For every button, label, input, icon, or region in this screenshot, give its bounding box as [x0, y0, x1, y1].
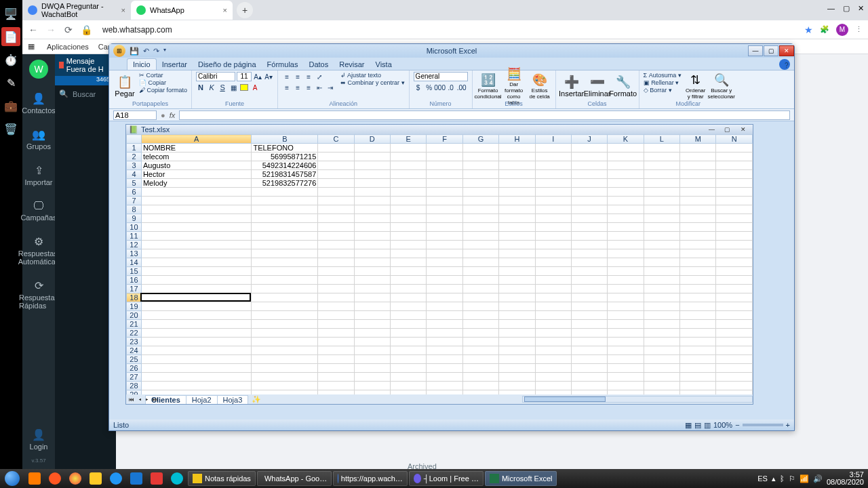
cell[interactable]: [141, 338, 252, 346]
row-header[interactable]: 6: [127, 188, 142, 197]
cell[interactable]: [318, 232, 354, 241]
cell[interactable]: [318, 285, 354, 293]
cell[interactable]: [608, 311, 644, 320]
fill-button[interactable]: ▣ Rellenar ▾: [644, 79, 682, 86]
cell[interactable]: [462, 276, 498, 285]
cell[interactable]: [571, 179, 607, 188]
cell[interactable]: [716, 258, 753, 267]
cell[interactable]: 5219831457587: [252, 170, 318, 179]
cell[interactable]: [354, 223, 390, 232]
cell[interactable]: [391, 205, 427, 214]
ribbon-tab[interactable]: Insertar: [157, 59, 193, 70]
cell[interactable]: [391, 320, 427, 329]
start-button[interactable]: [0, 469, 24, 488]
cell[interactable]: [571, 311, 607, 320]
cell[interactable]: [252, 329, 318, 338]
row-header[interactable]: 5: [127, 179, 142, 188]
cell[interactable]: [608, 161, 644, 170]
cell[interactable]: [354, 355, 390, 364]
row-header[interactable]: 7: [127, 197, 142, 205]
tray-clock[interactable]: 3:57 08/08/2020: [827, 471, 864, 486]
cell[interactable]: [354, 179, 390, 188]
cell[interactable]: [141, 320, 252, 329]
bookmark-item[interactable]: Aplicaciones: [47, 43, 89, 51]
cell[interactable]: [354, 320, 390, 329]
cell[interactable]: [499, 338, 535, 346]
cell[interactable]: [680, 214, 716, 223]
row-header[interactable]: 22: [127, 329, 142, 338]
col-header[interactable]: I: [535, 135, 571, 144]
cell[interactable]: [318, 267, 354, 276]
cell[interactable]: [680, 346, 716, 355]
cell[interactable]: [644, 382, 679, 390]
cell[interactable]: [354, 170, 390, 179]
cell[interactable]: [608, 170, 644, 179]
cell[interactable]: [571, 302, 607, 311]
cell[interactable]: [535, 302, 571, 311]
cell[interactable]: [608, 152, 644, 161]
cell[interactable]: [354, 302, 390, 311]
cell[interactable]: [141, 188, 252, 197]
cell[interactable]: [141, 302, 252, 311]
cell[interactable]: [499, 205, 535, 214]
cell[interactable]: [318, 320, 354, 329]
cell[interactable]: [499, 355, 535, 364]
row-header[interactable]: 8: [127, 205, 142, 214]
italic-button[interactable]: K: [207, 83, 216, 92]
cell[interactable]: [391, 161, 427, 170]
cell[interactable]: [680, 170, 716, 179]
cell[interactable]: [680, 338, 716, 346]
cell[interactable]: [354, 267, 390, 276]
cell[interactable]: [462, 161, 498, 170]
cell[interactable]: [318, 197, 354, 205]
cell[interactable]: [608, 205, 644, 214]
clear-button[interactable]: ◇ Borrar ▾: [644, 87, 682, 94]
cell[interactable]: [535, 214, 571, 223]
cell[interactable]: [608, 373, 644, 382]
cell[interactable]: [252, 338, 318, 346]
cell[interactable]: [571, 276, 607, 285]
cell[interactable]: [571, 170, 607, 179]
desktop-icon[interactable]: 🖥️: [1, 4, 20, 23]
desktop-icon[interactable]: 🗑️: [1, 119, 20, 138]
cell[interactable]: [318, 179, 354, 188]
ribbon-tab[interactable]: Vista: [370, 59, 397, 70]
cell[interactable]: [499, 179, 535, 188]
cell[interactable]: [499, 223, 535, 232]
cell[interactable]: [571, 205, 607, 214]
cell[interactable]: [680, 232, 716, 241]
cell[interactable]: [608, 346, 644, 355]
back-icon[interactable]: ←: [28, 24, 39, 35]
row-header[interactable]: 14: [127, 258, 142, 267]
cell[interactable]: [141, 267, 252, 276]
cell[interactable]: [141, 258, 252, 267]
cell[interactable]: [354, 373, 390, 382]
cell[interactable]: [535, 329, 571, 338]
cell[interactable]: [680, 258, 716, 267]
cell[interactable]: [141, 214, 252, 223]
ribbon-tab[interactable]: Revisar: [334, 59, 370, 70]
cell[interactable]: [644, 170, 679, 179]
align-top-icon[interactable]: ≡: [282, 72, 292, 81]
cell[interactable]: [535, 276, 571, 285]
cell[interactable]: [141, 293, 252, 302]
cell[interactable]: [462, 311, 498, 320]
cell[interactable]: [680, 267, 716, 276]
system-tray[interactable]: ES ▴ ᛒ ⚐ 📶 🔊 3:57 08/08/2020: [757, 471, 864, 486]
cell[interactable]: [535, 320, 571, 329]
excel-titlebar[interactable]: ⊞ 💾 ↶ ↷ ▾ Microsoft Excel — ▢ ✕: [109, 44, 794, 58]
row-header[interactable]: 19: [127, 302, 142, 311]
col-header[interactable]: M: [680, 135, 716, 144]
cell[interactable]: [354, 214, 390, 223]
cell[interactable]: [391, 214, 427, 223]
cell[interactable]: [318, 302, 354, 311]
cell[interactable]: [571, 249, 607, 258]
shrink-font-icon[interactable]: A▾: [264, 72, 273, 81]
cell[interactable]: [427, 285, 462, 293]
col-header[interactable]: D: [354, 135, 390, 144]
cell[interactable]: [462, 144, 498, 152]
cell[interactable]: [141, 311, 252, 320]
cell[interactable]: [354, 382, 390, 390]
cell[interactable]: [252, 258, 318, 267]
col-header[interactable]: K: [608, 135, 644, 144]
